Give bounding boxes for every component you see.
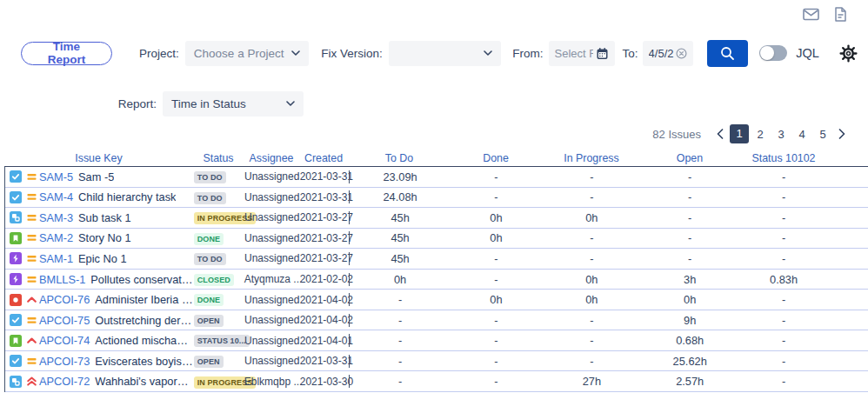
prev-page-icon[interactable] [711,129,729,139]
issue-summary: Eviscerates boyishly dextero... [95,355,193,368]
time-cell: 0h [349,273,451,286]
col-header-created[interactable]: Created [299,152,348,164]
assignee-cell: Unassigned [244,314,300,326]
fix-version-select[interactable] [389,41,501,66]
assignee-cell: Unassigned [244,211,300,223]
issues-count: 82 Issues [652,128,701,141]
from-date-input[interactable]: Select Frc [549,41,615,66]
col-header-issue-key[interactable]: Issue Key [4,152,193,164]
time-report-button[interactable]: Time Report [21,42,112,65]
time-cell: 0.83h [738,273,868,286]
time-cell: - [451,355,542,368]
issue-key-link[interactable]: APCOI-76 [39,293,90,306]
highest-priority-icon [26,376,37,387]
time-cell: 0h [451,293,542,306]
issue-type-priority [5,232,39,244]
issue-summary: Pollutes conservatory's Carib... [90,273,193,286]
chevron-down-icon [291,50,300,56]
mail-icon[interactable] [803,8,819,21]
status-badge: TO DO [194,192,226,204]
medium-priority-icon [26,212,37,223]
project-label: Project: [112,47,179,60]
status-badge: STATUS 10... [194,335,250,347]
subtask-icon [10,211,22,223]
status-badge: CLOSED [194,274,234,286]
issue-key-link[interactable]: SAM-1 [39,252,73,265]
created-cell: 2021-04-01 [300,335,349,347]
time-cell: - [738,375,868,388]
col-header-status[interactable]: Status [193,152,244,164]
next-page-icon[interactable] [833,129,851,139]
status-badge: TO DO [194,253,226,265]
table-body: SAM-5Sam -5TO DOUnassigned2021-03-3123.0… [4,167,868,392]
time-cell: 45h [349,231,451,244]
issues-table: Issue Key Status Assignee Created To Do … [4,150,868,392]
created-cell: 2021-03-31 [300,170,349,183]
time-cell: - [541,190,642,203]
time-report-app: Time Report Project: Choose a Project Fi… [0,0,868,393]
created-cell: 2021-03-27 [300,211,349,223]
issue-key-link[interactable]: APCOI-73 [39,355,90,368]
issue-type-priority [5,191,39,203]
col-header-todo[interactable]: To Do [348,152,451,164]
document-icon[interactable] [834,7,847,22]
assignee-cell: Unassigned [244,355,300,367]
gear-icon[interactable] [839,44,858,63]
report-select[interactable]: Time in Status [163,91,304,117]
pagination: 82 Issues 1 2 3 4 5 [652,123,851,144]
issue-key-link[interactable]: APCOI-75 [39,314,90,327]
issue-key-link[interactable]: SAM-3 [39,211,73,224]
issue-key-link[interactable]: SAM-2 [39,231,73,244]
project-select[interactable]: Choose a Project [185,41,309,66]
status-badge: DONE [194,294,224,306]
time-cell: 27h [541,375,642,388]
page-button-4[interactable]: 4 [791,128,812,141]
assignee-cell: Unassigned [244,252,300,264]
search-button[interactable] [707,40,748,67]
medium-priority-icon [26,253,37,264]
issue-key-link[interactable]: SAM-5 [39,170,73,183]
col-header-status-10102[interactable]: Status 10102 [738,152,868,164]
issue-summary: Wahhabi's vapors dotings E... [95,375,193,388]
time-cell: - [451,334,542,347]
issue-summary: Story No 1 [78,231,130,244]
table-row: APCOI-74Actioned mischances overr...STAT… [5,330,868,351]
col-header-done[interactable]: Done [451,152,541,164]
issue-summary: Administer Iberia deceivers ... [95,293,193,306]
issue-summary: Child hierarchy task [78,190,176,203]
time-cell: 0h [451,231,542,244]
issue-key-link[interactable]: SAM-4 [39,190,73,203]
page-button-1[interactable]: 1 [730,124,749,143]
story-icon [10,335,22,347]
col-header-assignee[interactable]: Assignee [244,152,299,164]
page-button-3[interactable]: 3 [771,128,791,141]
page-button-2[interactable]: 2 [750,128,771,141]
to-date-input[interactable]: 4/5/2... [643,41,693,66]
assignee-cell: Atyqmuza ... [244,273,300,285]
assignee-cell: Unassigned [244,232,300,244]
status-badge: OPEN [194,356,224,368]
time-cell: - [541,334,642,347]
clear-icon[interactable] [676,48,687,59]
medium-priority-icon [26,274,37,285]
time-cell: - [541,355,642,368]
to-label: To: [623,47,638,60]
page-button-5[interactable]: 5 [812,128,833,141]
issue-key-link[interactable]: APCOI-72 [39,375,90,388]
table-row: APCOI-76Administer Iberia deceivers ...D… [5,290,868,310]
col-header-open[interactable]: Open [642,152,738,164]
toggle-knob [760,46,774,60]
issue-type-priority [5,211,39,223]
calendar-icon[interactable] [596,47,609,60]
time-cell: 0h [541,293,642,306]
issue-summary: Outstretching derisive lyceu... [95,314,193,327]
time-cell: - [738,355,868,368]
table-row: SAM-3Sub task 1IN PROGRESSUnassigned2021… [5,208,868,229]
col-header-in-progress[interactable]: In Progress [541,152,642,164]
issue-key-link[interactable]: APCOI-74 [39,334,90,347]
jql-toggle[interactable] [759,45,787,61]
issue-key-link[interactable]: BMLLS-1 [39,273,85,286]
time-cell: 0h [451,211,542,224]
created-cell: 2021-04-02 [300,314,349,326]
issue-type-priority [5,273,39,285]
